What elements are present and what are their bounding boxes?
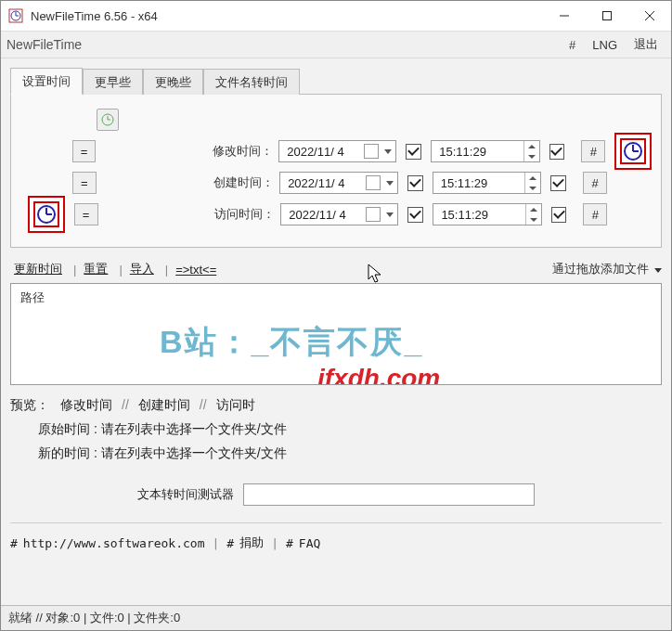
drop-files-hint[interactable]: 通过拖放添加文件 xyxy=(552,261,662,277)
status-text: 就绪 // 对象:0 | 文件:0 | 文件夹:0 xyxy=(8,610,180,626)
date-picker-created[interactable]: 2022/11/ 4 xyxy=(279,172,398,194)
time-spinner-created[interactable] xyxy=(524,173,540,193)
footer-faq[interactable]: FAQ xyxy=(299,536,320,550)
checkbox-date-modified[interactable] xyxy=(406,144,421,160)
chevron-down-icon xyxy=(654,268,662,273)
menu-hash[interactable]: # xyxy=(562,36,583,54)
checkbox-time-accessed[interactable] xyxy=(551,207,567,223)
tab-set-time[interactable]: 设置时间 xyxy=(10,68,83,95)
footer-url[interactable]: http://www.softwareok.com xyxy=(23,536,205,550)
preview-section: 预览： 修改时间 // 创建时间 // 访问时 原始时间 : 请在列表中选择一个… xyxy=(10,393,662,465)
update-time-button[interactable]: 更新时间 xyxy=(10,259,66,279)
calendar-icon xyxy=(364,144,379,159)
tab-panel-set-time: = 修改时间： 2022/11/ 4 15:11:29 # xyxy=(10,95,662,248)
reset-button[interactable]: 重置 xyxy=(80,259,111,279)
checkbox-time-modified[interactable] xyxy=(549,144,565,160)
menu-lng[interactable]: LNG xyxy=(585,36,625,54)
new-time-label: 新的时间 : xyxy=(38,441,97,465)
time-picker-modified[interactable]: 15:11:29 xyxy=(431,140,539,162)
menu-exit[interactable]: 退出 xyxy=(627,34,666,55)
export-txt-button[interactable]: =>txt<= xyxy=(172,261,220,278)
tab-earlier[interactable]: 更早些 xyxy=(83,69,143,95)
row-created: = 创建时间： 2022/11/ 4 15:11:29 # xyxy=(20,169,652,197)
maximize-button[interactable] xyxy=(586,1,628,31)
footer-links: # http://www.softwareok.com | # 捐助 | # F… xyxy=(10,522,662,557)
now-button[interactable] xyxy=(97,109,119,131)
action-bar: 更新时间 | 重置 | 导入 | =>txt<= 通过拖放添加文件 xyxy=(10,255,662,283)
file-list[interactable]: 路径 B站：_不言不厌_ ifxdh.com xyxy=(10,283,662,385)
app-name-label: NewFileTime xyxy=(6,37,560,52)
app-icon xyxy=(8,8,23,23)
date-value-modified: 2022/11/ 4 xyxy=(287,145,364,159)
preview-col-modified: 修改时间 xyxy=(60,393,112,417)
time-spinner-modified[interactable] xyxy=(523,141,539,161)
label-accessed: 访问时间： xyxy=(108,206,281,223)
chevron-down-icon xyxy=(386,181,394,186)
time-value-modified: 15:11:29 xyxy=(432,145,523,159)
date-picker-modified[interactable]: 2022/11/ 4 xyxy=(278,140,396,162)
calendar-icon xyxy=(366,175,381,190)
eq-button-modified[interactable]: = xyxy=(72,140,97,162)
tester-input[interactable] xyxy=(243,483,535,506)
preview-col-created: 创建时间 xyxy=(138,393,190,417)
minimize-button[interactable] xyxy=(543,1,586,31)
time-spinner-accessed[interactable] xyxy=(525,204,541,225)
chevron-down-icon xyxy=(386,212,394,217)
time-value-accessed: 15:11:29 xyxy=(433,208,524,222)
eq-button-accessed[interactable]: = xyxy=(74,203,98,225)
preview-col-accessed: 访问时 xyxy=(216,393,255,417)
time-value-created: 15:11:29 xyxy=(433,176,525,190)
window-title: NewFileTime 6.56 - x64 xyxy=(31,9,543,23)
new-time-value: 请在列表中选择一个文件夹/文件 xyxy=(101,441,287,465)
checkbox-date-accessed[interactable] xyxy=(407,207,423,223)
text-to-time-tester: 文本转时间测试器 xyxy=(10,476,662,513)
date-value-created: 2022/11/ 4 xyxy=(288,176,366,190)
footer-hash[interactable]: # xyxy=(10,536,18,550)
label-created: 创建时间： xyxy=(106,174,279,191)
clock-icon-left[interactable] xyxy=(28,196,65,233)
watermark-text-2: ifxdh.com xyxy=(317,364,440,385)
date-picker-accessed[interactable]: 2022/11/ 4 xyxy=(280,203,398,225)
status-bar: 就绪 // 对象:0 | 文件:0 | 文件夹:0 xyxy=(1,605,671,630)
preview-label: 预览： xyxy=(10,393,49,417)
import-button[interactable]: 导入 xyxy=(126,259,158,279)
date-value-accessed: 2022/11/ 4 xyxy=(289,208,366,222)
label-modified: 修改时间： xyxy=(105,143,278,160)
hash-button-modified[interactable]: # xyxy=(581,140,605,162)
row-modified: = 修改时间： 2022/11/ 4 15:11:29 # xyxy=(20,137,652,165)
clock-icon-right[interactable] xyxy=(614,133,652,170)
titlebar: NewFileTime 6.56 - x64 xyxy=(1,1,671,32)
chevron-down-icon xyxy=(384,149,392,154)
original-time-label: 原始时间 : xyxy=(38,417,97,441)
original-time-value: 请在列表中选择一个文件夹/文件 xyxy=(101,417,287,441)
time-picker-created[interactable]: 15:11:29 xyxy=(433,172,542,194)
time-picker-accessed[interactable]: 15:11:29 xyxy=(433,203,541,225)
footer-donate[interactable]: 捐助 xyxy=(239,534,264,551)
hash-button-created[interactable]: # xyxy=(583,172,607,194)
checkbox-date-created[interactable] xyxy=(407,175,423,191)
tester-label: 文本转时间测试器 xyxy=(137,486,234,503)
eq-button-created[interactable]: = xyxy=(72,172,97,194)
column-header-path[interactable]: 路径 xyxy=(11,284,661,312)
tab-filename-to-time[interactable]: 文件名转时间 xyxy=(203,69,300,95)
checkbox-time-created[interactable] xyxy=(550,175,566,191)
tabstrip: 设置时间 更早些 更晚些 文件名转时间 xyxy=(10,68,662,95)
svg-rect-5 xyxy=(603,12,612,20)
tab-later[interactable]: 更晚些 xyxy=(143,69,203,95)
calendar-icon xyxy=(366,207,381,222)
watermark-text-1: B站：_不言不厌_ xyxy=(160,321,423,364)
close-button[interactable] xyxy=(628,1,671,31)
row-accessed: = 访问时间： 2022/11/ 4 15:11:29 # xyxy=(20,200,652,228)
menubar: NewFileTime # LNG 退出 xyxy=(1,32,671,58)
hash-button-accessed[interactable]: # xyxy=(583,203,607,225)
